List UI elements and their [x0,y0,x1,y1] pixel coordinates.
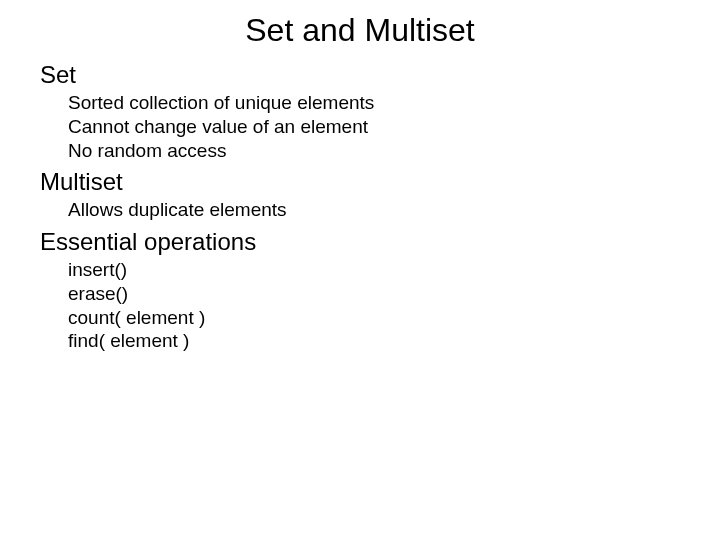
slide: Set and Multiset Set Sorted collection o… [0,0,720,540]
list-item: Cannot change value of an element [68,115,720,139]
list-item: count( element ) [68,306,720,330]
list-item: insert() [68,258,720,282]
multiset-items: Allows duplicate elements [40,198,720,222]
list-item: Sorted collection of unique elements [68,91,720,115]
slide-body: Set Sorted collection of unique elements… [0,61,720,353]
set-items: Sorted collection of unique elements Can… [40,91,720,162]
ops-items: insert() erase() count( element ) find( … [40,258,720,353]
list-item: find( element ) [68,329,720,353]
heading-multiset: Multiset [40,168,720,196]
heading-set: Set [40,61,720,89]
list-item: Allows duplicate elements [68,198,720,222]
slide-title: Set and Multiset [0,0,720,59]
heading-ops: Essential operations [40,228,720,256]
list-item: erase() [68,282,720,306]
list-item: No random access [68,139,720,163]
